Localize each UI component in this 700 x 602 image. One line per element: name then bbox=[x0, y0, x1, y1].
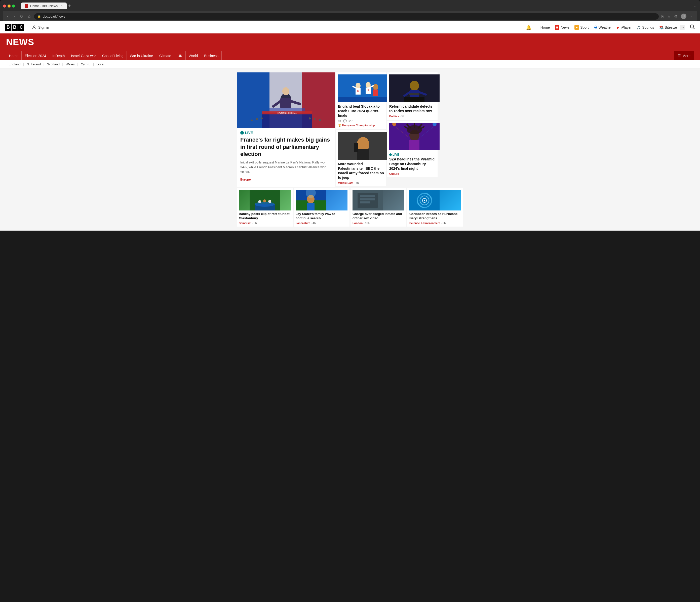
secondary-nav-nireland[interactable]: N. Ireland bbox=[24, 60, 43, 68]
tab-title: Home - BBC News bbox=[30, 4, 58, 8]
story7-image bbox=[296, 190, 348, 210]
live-dot-icon bbox=[240, 131, 244, 134]
minimize-button[interactable] bbox=[7, 4, 10, 7]
notifications-bell-icon[interactable]: 🔔 bbox=[526, 25, 531, 30]
primary-nav-business[interactable]: Business bbox=[201, 51, 222, 60]
bookmark-button[interactable]: ☆ bbox=[667, 13, 671, 19]
sign-in-label: Sign in bbox=[38, 25, 49, 29]
story2-category: European Championship bbox=[342, 124, 375, 127]
main-content: L'ALTERNANCE COM... bbox=[0, 69, 700, 231]
euro-icon: 🏆 bbox=[338, 124, 342, 127]
tab-close-icon[interactable]: ✕ bbox=[60, 4, 63, 8]
back-button[interactable]: ‹ bbox=[5, 13, 10, 20]
story-card-banksy[interactable]: Banksy posts clip of raft stunt at Glast… bbox=[237, 188, 293, 227]
primary-nav-election[interactable]: Election 2024 bbox=[22, 51, 49, 60]
new-tab-button[interactable]: + bbox=[68, 3, 71, 8]
svg-rect-48 bbox=[409, 140, 420, 150]
primary-nav-indepth[interactable]: InDepth bbox=[49, 51, 68, 60]
story7-meta: Lancashire · 4h bbox=[296, 221, 348, 225]
primary-nav-uk[interactable]: UK bbox=[174, 51, 185, 60]
refresh-button[interactable]: ↻ bbox=[18, 13, 25, 20]
news-banner-title: NEWS bbox=[6, 37, 34, 47]
secondary-nav-wales[interactable]: Wales bbox=[63, 60, 77, 68]
svg-point-0 bbox=[33, 26, 35, 27]
primary-nav-israel[interactable]: Israel-Gaza war bbox=[68, 51, 99, 60]
sport-icon: ▶ bbox=[574, 25, 579, 30]
nav-iplayer[interactable]: ▶ iPlayer bbox=[615, 24, 633, 30]
secondary-nav-scotland[interactable]: Scotland bbox=[44, 60, 62, 68]
search-button[interactable] bbox=[690, 24, 695, 31]
story8-headline: Charge over alleged inmate and officer s… bbox=[352, 212, 404, 220]
primary-nav-ukraine[interactable]: War in Ukraine bbox=[127, 51, 156, 60]
nav-home[interactable]: Home bbox=[539, 24, 552, 30]
hero-article[interactable]: L'ALTERNANCE COM... bbox=[237, 72, 335, 187]
primary-nav-home[interactable]: Home bbox=[6, 51, 22, 60]
right-column-second: Reform candidate defects to Tories over … bbox=[387, 72, 438, 186]
story4-time: 5h bbox=[401, 115, 404, 118]
story-card-charge[interactable]: Charge over alleged inmate and officer s… bbox=[350, 188, 406, 227]
hero-text: LIVE France's far right makes big gains … bbox=[237, 128, 335, 185]
header-more-button[interactable]: ··· bbox=[680, 25, 684, 30]
logo-b1: B bbox=[5, 24, 11, 31]
primary-nav-climate[interactable]: Climate bbox=[156, 51, 174, 60]
svg-rect-73 bbox=[360, 199, 375, 201]
primary-nav-world[interactable]: World bbox=[186, 51, 201, 60]
story-card-jay[interactable]: Jay Slater's family vow to continue sear… bbox=[294, 188, 350, 227]
story-card-england[interactable]: 10 9 Eng bbox=[336, 72, 386, 129]
nav-sport[interactable]: ▶ Sport bbox=[572, 24, 591, 31]
extensions-button[interactable]: ⚙ bbox=[673, 13, 678, 19]
svg-point-63 bbox=[263, 200, 266, 203]
tab-favicon bbox=[25, 4, 28, 8]
story-card-sza[interactable]: LIVE SZA headlines the Pyramid Stage on … bbox=[387, 121, 438, 177]
svg-rect-42 bbox=[404, 97, 424, 102]
nav-weather[interactable]: 🌦 Weather bbox=[592, 24, 614, 30]
story-card-hurricane[interactable]: Caribbean braces as Hurricane Beryl stre… bbox=[407, 188, 463, 227]
nav-sounds[interactable]: 🎵 Sounds bbox=[634, 24, 656, 30]
main-nav: Home ▮▮ News ▶ Sport 🌦 Weather ▶ iPlayer… bbox=[539, 24, 684, 31]
nav-bitesize[interactable]: 📚 Bitesize bbox=[657, 24, 679, 30]
nav-weather-label: Weather bbox=[599, 25, 612, 29]
secondary-nav-england[interactable]: England bbox=[6, 60, 23, 68]
nav-news[interactable]: ▮▮ News bbox=[553, 24, 571, 31]
story9-time: 6h bbox=[443, 221, 446, 225]
site-header: B B C Sign in 🔔 Home ▮▮ News ▶ Sport bbox=[0, 21, 700, 33]
active-tab[interactable]: Home - BBC News ✕ bbox=[21, 2, 67, 9]
story2-category-row: 🏆 European Championship bbox=[338, 124, 384, 127]
svg-rect-31 bbox=[373, 89, 378, 96]
home-button[interactable]: ⌂ bbox=[27, 13, 32, 20]
browser-menu-button[interactable]: ⋮ bbox=[689, 13, 695, 19]
forward-button[interactable]: › bbox=[12, 13, 16, 20]
story9-image bbox=[409, 190, 461, 210]
secondary-nav-cymru[interactable]: Cymru bbox=[78, 60, 93, 68]
svg-point-64 bbox=[268, 200, 271, 203]
secondary-nav: England | N. Ireland | Scotland | Wales … bbox=[0, 60, 700, 69]
svg-point-16 bbox=[256, 118, 258, 120]
svg-point-18 bbox=[309, 117, 311, 120]
story6-category: Somerset bbox=[239, 221, 251, 225]
address-bar[interactable]: 🔒 bbc.co.uk/news bbox=[34, 13, 659, 20]
story7-category: Lancashire bbox=[296, 221, 310, 225]
browser-toolbar: ‹ › ↻ ⌂ 🔒 bbc.co.uk/news ⎘ ☆ ⚙ U ⋮ bbox=[3, 11, 697, 21]
bbc-logo[interactable]: B B C bbox=[5, 24, 24, 31]
story6-time: 3h bbox=[254, 221, 257, 225]
reform-img-svg bbox=[389, 74, 440, 102]
maximize-button[interactable] bbox=[12, 4, 15, 7]
svg-rect-43 bbox=[409, 93, 420, 95]
cast-button[interactable]: ⎘ bbox=[661, 14, 665, 19]
story9-category: Science & Environment bbox=[409, 221, 440, 225]
svg-rect-34 bbox=[338, 97, 388, 102]
titlebar: Home - BBC News ✕ + ⌄ bbox=[3, 2, 697, 9]
story7-headline: Jay Slater's family vow to continue sear… bbox=[296, 212, 348, 220]
svg-text:9: 9 bbox=[367, 89, 369, 91]
secondary-nav-local[interactable]: Local bbox=[94, 60, 107, 68]
sign-in-button[interactable]: Sign in bbox=[32, 25, 49, 30]
story-card-reform[interactable]: Reform candidate defects to Tories over … bbox=[387, 72, 438, 120]
story-card-palestine[interactable]: More wounded Palestinians tell BBC the I… bbox=[336, 130, 386, 187]
close-button[interactable] bbox=[3, 4, 6, 7]
hamburger-icon: ☰ bbox=[678, 54, 681, 58]
primary-nav-more-button[interactable]: ☰ More bbox=[674, 51, 694, 60]
sounds-icon: 🎵 bbox=[636, 25, 641, 29]
profile-button[interactable]: U bbox=[680, 13, 687, 20]
primary-nav-cost[interactable]: Cost of Living bbox=[99, 51, 127, 60]
tab-chevron-icon[interactable]: ⌄ bbox=[694, 3, 697, 8]
